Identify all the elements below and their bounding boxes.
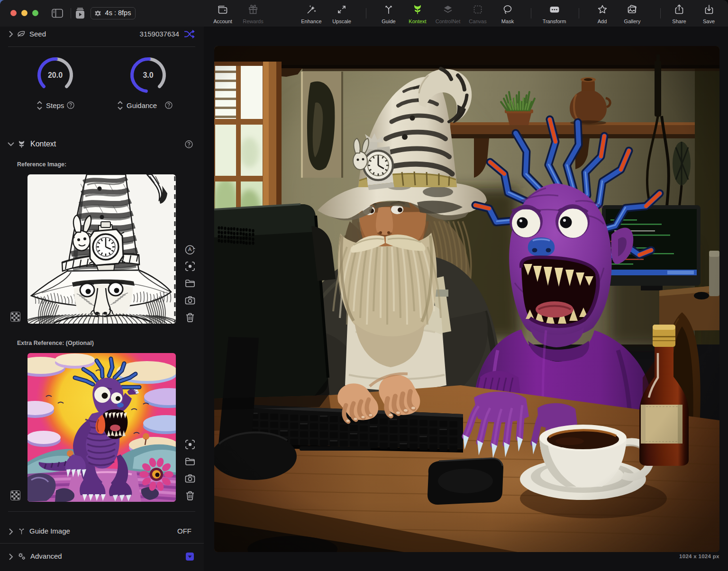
svg-text:3.0: 3.0 — [143, 71, 153, 79]
svg-text:A: A — [188, 246, 192, 252]
svg-text:20.0: 20.0 — [48, 71, 63, 79]
